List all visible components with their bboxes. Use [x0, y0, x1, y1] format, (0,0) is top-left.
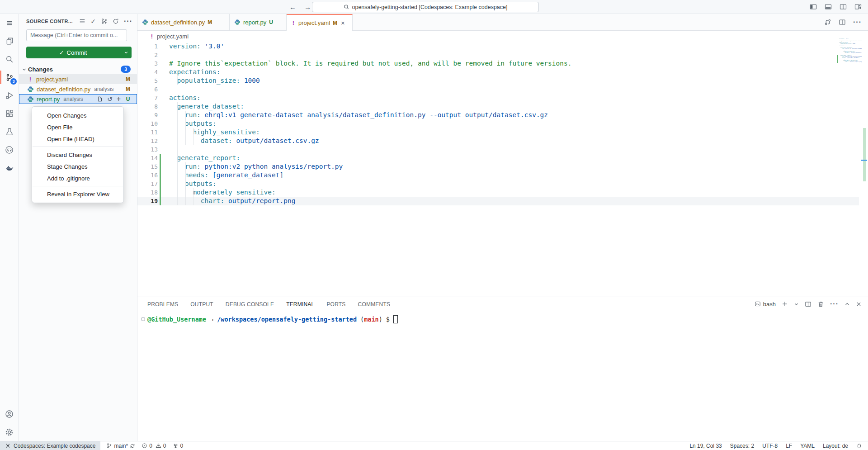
- toggle-panel-icon[interactable]: [825, 3, 832, 10]
- menu-item-open-file-head[interactable]: Open File (HEAD): [32, 133, 123, 145]
- nav-back-icon[interactable]: ←: [289, 3, 296, 11]
- overview-ruler-change-mark: [863, 128, 866, 181]
- panel-tab-terminal[interactable]: TERMINAL: [286, 298, 314, 310]
- code-line[interactable]: 8 generate_dataset:: [137, 102, 859, 111]
- tab-project-yaml[interactable]: ! project.yaml M ×: [287, 14, 353, 31]
- menu-item-stage-changes[interactable]: Stage Changes: [32, 161, 123, 172]
- code-line[interactable]: 13: [137, 145, 859, 154]
- code-line[interactable]: 12 dataset: output/dataset.csv.gz: [137, 137, 859, 145]
- panel-more-actions-icon[interactable]: ···: [830, 300, 839, 308]
- code-line[interactable]: 5 population_size: 1000: [137, 76, 859, 85]
- cursor-position[interactable]: Ln 19, Col 33: [686, 443, 725, 449]
- maximize-panel-icon[interactable]: [844, 301, 850, 307]
- sidebar-item-testing[interactable]: [0, 123, 19, 141]
- eol-sequence[interactable]: LF: [783, 443, 795, 449]
- commit-message-input[interactable]: [26, 29, 127, 41]
- create-branch-icon[interactable]: [101, 18, 108, 25]
- sidebar-item-run-debug[interactable]: [0, 86, 19, 104]
- code-line[interactable]: 7actions:: [137, 94, 859, 102]
- sidebar-item-docker[interactable]: [0, 159, 19, 177]
- code-line[interactable]: 1version: '3.0': [137, 42, 859, 51]
- encoding[interactable]: UTF-8: [759, 443, 781, 449]
- code-line[interactable]: 16 needs: [generate_dataset]: [137, 171, 859, 180]
- remote-indicator[interactable]: Codespaces: Example codespace: [0, 441, 100, 450]
- commit-check-icon[interactable]: ✓: [90, 18, 96, 25]
- more-actions-icon[interactable]: ···: [124, 17, 132, 25]
- menu-item-discard-changes[interactable]: Discard Changes: [32, 149, 123, 161]
- code-line[interactable]: 17 outputs:: [137, 180, 859, 188]
- menu-item-open-file[interactable]: Open File: [32, 121, 123, 133]
- menu-button[interactable]: [0, 14, 19, 32]
- sidebar-item-explorer[interactable]: [0, 32, 19, 50]
- account-button[interactable]: [0, 405, 19, 423]
- file-name: project.yaml: [36, 76, 68, 83]
- language-mode[interactable]: YAML: [797, 443, 818, 449]
- settings-button[interactable]: [0, 423, 19, 441]
- editor-group: dataset_definition.py M report.py U ! pr…: [137, 14, 868, 296]
- more-actions-icon[interactable]: ···: [853, 18, 862, 26]
- stage-changes-icon[interactable]: +: [117, 95, 121, 103]
- view-as-list-icon[interactable]: [79, 18, 85, 24]
- problems-indicator[interactable]: 0 0: [138, 441, 169, 450]
- code-line[interactable]: 4expectations:: [137, 68, 859, 76]
- code-line[interactable]: 9 run: ehrql:v1 generate-dataset analysi…: [137, 111, 859, 119]
- code-line[interactable]: 2: [137, 51, 859, 59]
- panel-tab-comments[interactable]: COMMENTS: [358, 298, 391, 310]
- menu-item-reveal-explorer[interactable]: Reveal in Explorer View: [32, 188, 123, 200]
- split-editor-icon[interactable]: [840, 3, 847, 10]
- sidebar-item-source-control[interactable]: 3: [0, 68, 19, 86]
- close-panel-icon[interactable]: [856, 301, 862, 307]
- scm-file-row-report[interactable]: report.py analysis ↺ + U: [19, 94, 137, 104]
- sidebar-item-github[interactable]: [0, 141, 19, 159]
- sidebar-item-search[interactable]: [0, 50, 19, 68]
- commit-dropdown[interactable]: [120, 47, 132, 58]
- tab-dataset-definition[interactable]: dataset_definition.py M: [137, 14, 230, 30]
- code-line[interactable]: 10 outputs:: [137, 119, 859, 128]
- scm-file-row-project-yaml[interactable]: ! project.yaml M: [19, 74, 137, 84]
- code-line[interactable]: 11 highly_sensitive:: [137, 128, 859, 137]
- sidebar-item-extensions[interactable]: [0, 104, 19, 123]
- tab-report[interactable]: report.py U: [230, 14, 287, 30]
- hamburger-icon: [6, 19, 13, 27]
- open-file-icon[interactable]: [97, 96, 103, 102]
- code-area[interactable]: 1version: '3.0'23# Ignore this`expectati…: [137, 42, 859, 296]
- code-line[interactable]: 19 chart: output/report.png: [137, 197, 859, 205]
- commit-button[interactable]: ✓Commit: [26, 47, 132, 58]
- menu-item-open-changes[interactable]: Open Changes: [32, 109, 123, 121]
- indentation[interactable]: Spaces: 2: [727, 443, 757, 449]
- status-bar: Codespaces: Example codespace main* 0 0 …: [0, 441, 868, 450]
- code-line[interactable]: 6: [137, 85, 859, 94]
- notifications-bell-icon[interactable]: [853, 443, 865, 449]
- panel-tab-debug-console[interactable]: DEBUG CONSOLE: [226, 298, 274, 310]
- refresh-icon[interactable]: [113, 18, 119, 24]
- nav-forward-icon[interactable]: →: [304, 3, 311, 11]
- minimap[interactable]: version: '3.0'# Ignore this`expectation`…: [837, 38, 862, 70]
- branch-indicator[interactable]: main*: [103, 441, 138, 450]
- customize-layout-icon[interactable]: [854, 3, 862, 10]
- panel-tab-output[interactable]: OUTPUT: [190, 298, 213, 310]
- scm-file-row-dataset-definition[interactable]: dataset_definition.py analysis M: [19, 84, 137, 94]
- terminal-shell-button[interactable]: bash: [755, 301, 776, 308]
- menu-item-add-gitignore[interactable]: Add to .gitignore: [32, 172, 123, 184]
- command-center-search[interactable]: opensafely-getting-started [Codespaces: …: [312, 2, 539, 12]
- code-line[interactable]: 15 run: python:v2 python analysis/report…: [137, 162, 859, 171]
- new-terminal-icon[interactable]: [782, 301, 788, 307]
- kill-terminal-trash-icon[interactable]: [817, 301, 824, 308]
- ports-indicator[interactable]: 0: [170, 441, 187, 450]
- panel-tab-ports[interactable]: PORTS: [326, 298, 345, 310]
- split-editor-icon[interactable]: [839, 19, 846, 26]
- launch-profile-chevron-icon[interactable]: [794, 302, 799, 307]
- open-changes-icon[interactable]: [824, 19, 831, 26]
- keyboard-layout[interactable]: Layout: de: [820, 443, 851, 449]
- breadcrumb[interactable]: ! project.yaml: [137, 30, 868, 42]
- tab-close-icon[interactable]: ×: [341, 19, 345, 26]
- code-line[interactable]: 18 moderately_sensitive:: [137, 188, 859, 197]
- code-line[interactable]: 14 generate_report:: [137, 154, 859, 162]
- toggle-sidebar-icon[interactable]: [810, 3, 817, 10]
- changes-section-header[interactable]: Changes 3: [19, 64, 137, 74]
- code-line[interactable]: 3# Ignore this`expectation` block. It is…: [137, 59, 859, 68]
- discard-changes-icon[interactable]: ↺: [107, 95, 113, 103]
- split-terminal-icon[interactable]: [805, 301, 811, 308]
- panel-tab-problems[interactable]: PROBLEMS: [147, 298, 178, 310]
- terminal-content[interactable]: @GitHub_Username → /workspaces/opensafel…: [147, 315, 398, 323]
